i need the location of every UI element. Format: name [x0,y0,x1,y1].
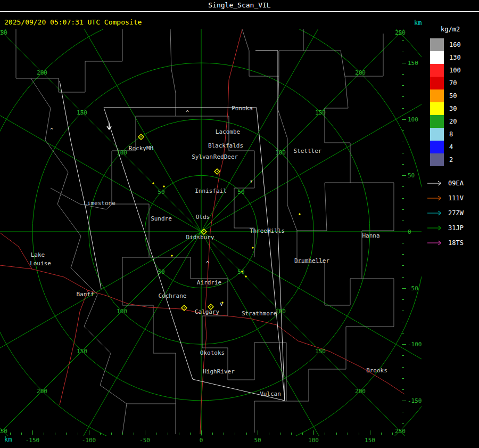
storm-marker-dot [184,307,185,308]
axis-tick [224,433,224,435]
legend-color-scale: 16013010070503020842 [430,38,479,166]
place-label: Innisfail [195,188,227,194]
axis-tick [402,265,404,266]
axis-tick [402,131,404,131]
right-axis: 150100500-50-100-150 [402,29,426,436]
axis-tick [78,433,78,435]
storm-marker-dot [203,231,204,232]
track-legend-entry: 18TS [427,235,479,250]
axis-tick [258,430,258,435]
axis-tick [402,209,404,210]
storm-marker-dot [217,171,218,172]
symbol-marker: ^ [186,110,189,116]
axis-tick [402,299,404,300]
ring-distance-label: 200 [355,388,366,395]
axis-tick [402,344,406,345]
axis-tick-label: -100 [408,341,422,348]
legend-level-value: 50 [449,92,457,100]
legend-color-swatch [430,102,444,115]
coverage-outline [255,51,285,401]
axis-tick [402,175,406,176]
legend-color-swatch [430,77,444,89]
place-label: Louise [30,260,51,267]
place-label: Brooks [366,367,387,374]
legend-level: 2 [430,153,479,166]
legend-color-swatch [430,64,444,77]
track-arrow-icon [427,240,445,246]
legend-level-value: 100 [449,67,461,74]
legend-level-value: 30 [449,105,457,112]
track-legend-entry: 09EA [427,176,479,191]
axis-tick-label: -50 [408,285,418,292]
axis-tick [212,433,213,435]
legend-color-swatch [430,153,444,166]
boundary-line [286,327,394,401]
axis-tick [122,433,123,435]
place-label: Blackfalds [208,142,243,149]
axis-tick [269,433,269,435]
axis-tick [168,433,168,435]
legend-level-value: 70 [449,79,457,87]
place-label: Drumheller [294,257,330,264]
axis-tick [100,433,101,435]
ring-distance-label: 50 [158,189,164,196]
cell-marker [299,213,301,215]
boundary-line [242,29,303,76]
axis-tick [291,433,292,435]
axis-tick [402,142,404,142]
boundary-line [287,205,297,231]
radar-app-window: Single_Scan_VIL 2025/09/20 05:07:31 UTC … [0,0,479,448]
boundary-line [170,29,176,116]
boundary-line [122,257,176,404]
ring-distance-label: 150 [315,348,326,355]
place-label: Banff [76,291,94,298]
ring-distance-label: 200 [37,388,47,395]
axis-tick [134,433,134,435]
ring-distance-label: 50 [237,189,244,196]
axis-tick [402,108,404,109]
track-legend-entry: 27ZW [427,206,479,221]
axis-tick [402,232,406,232]
place-label: Airdrie [197,279,221,286]
axis-tick [246,433,247,435]
place-label: RedDeer [213,153,238,160]
ring-distance-label: 200 [355,69,366,76]
axis-tick [145,430,145,435]
axis-tick-label: -150 [408,397,422,404]
axis-tick [402,254,404,255]
axis-tick-label: 100 [408,116,418,123]
track-id-label: 31JP [448,224,464,232]
axis-tick [280,433,280,435]
place-label: ThreeHills [250,227,285,234]
track-arrow-icon [427,210,445,216]
track-legend: 09EA111V27ZW31JP18TS [427,176,479,250]
place-label: Calgary [195,308,220,315]
storm-marker-dot [210,306,211,307]
storm-marker-dot [141,136,142,137]
boundary-line [350,183,394,327]
axis-tick [402,243,404,243]
axis-tick [359,433,359,435]
axis-tick [381,433,382,435]
legend-level: 8 [430,128,479,141]
axis-tick [402,52,404,52]
axis-tick [402,367,404,368]
place-label: Lacombe [216,128,240,135]
place-label: Strathmore [242,310,277,317]
axis-tick [66,433,67,435]
cell-marker [171,255,173,257]
place-label: Stettler [294,148,322,154]
axis-tick [44,433,44,435]
axis-tick [402,96,404,97]
boundary-line [325,76,350,183]
axis-tick-label: 0 [408,229,411,235]
ring-distance-label: 150 [315,109,326,116]
axis-tick [402,288,406,289]
axis-tick-label: 0 [200,437,203,444]
legend-color-swatch [430,38,444,51]
boundary-line [278,76,287,205]
axis-tick [313,430,314,435]
legend-level: 160 [430,38,479,51]
axis-tick [10,433,11,435]
road-line [0,233,32,269]
